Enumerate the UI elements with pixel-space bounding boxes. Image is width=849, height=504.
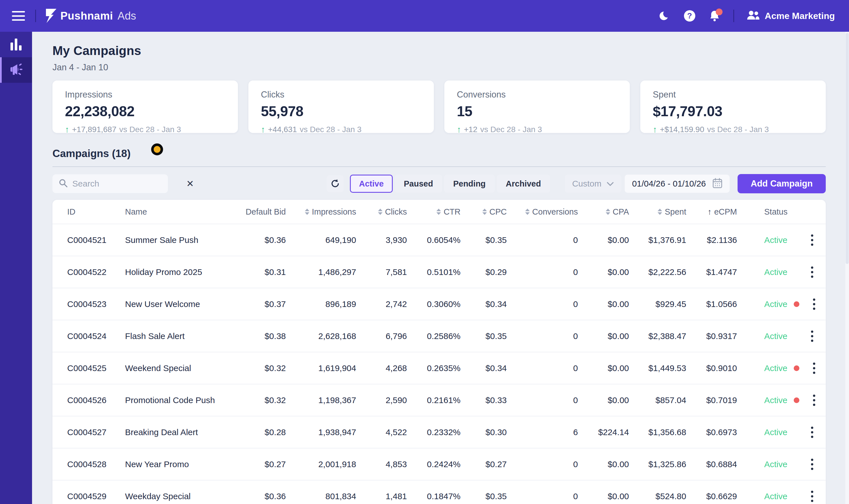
main-content: My Campaigns Jan 4 - Jan 10 Impressions2… bbox=[32, 32, 849, 504]
column-header-clicks[interactable]: Clicks bbox=[356, 207, 407, 217]
stat-delta-value: +$14,159.90 bbox=[660, 125, 704, 134]
cell-clicks: 6,796 bbox=[356, 331, 407, 341]
row-actions-icon[interactable] bbox=[809, 488, 816, 504]
trend-up-icon: ↑ bbox=[261, 125, 265, 134]
column-header-ctr[interactable]: CTR bbox=[407, 207, 461, 217]
column-header-cpa[interactable]: CPA bbox=[578, 207, 629, 217]
row-actions-icon[interactable] bbox=[809, 456, 816, 472]
stat-delta: ↑+17,891,687vs Dec 28 - Jan 3 bbox=[65, 125, 226, 134]
cell-clicks: 7,581 bbox=[356, 267, 407, 277]
stat-card: Clicks55,978↑+44,631vs Dec 28 - Jan 3 bbox=[248, 80, 434, 133]
tab-archived[interactable]: Archived bbox=[497, 175, 550, 193]
cell-ctr: 0.2586% bbox=[407, 331, 461, 341]
table-row: C0004528New Year Promo$0.272,001,9184,85… bbox=[52, 448, 826, 480]
cell-impressions: 1,198,367 bbox=[286, 395, 356, 405]
cell-impressions: 2,628,168 bbox=[286, 331, 356, 341]
table-row: C0004529Weekday Special$0.36801,8341,481… bbox=[52, 480, 826, 504]
column-header-impressions[interactable]: Impressions bbox=[286, 207, 356, 217]
app-window: Pushnami Ads ? Acme Marketing bbox=[0, 0, 849, 504]
brand-logo-icon bbox=[45, 9, 56, 23]
cell-name: Breaking Deal Alert bbox=[125, 428, 244, 437]
search-input[interactable] bbox=[72, 179, 182, 188]
cell-ctr: 0.1847% bbox=[407, 491, 461, 501]
cell-cpa: $0.00 bbox=[578, 491, 629, 501]
cell-actions bbox=[797, 264, 816, 280]
table-header-row: IDNameDefault BidImpressionsClicksCTRCPC… bbox=[52, 200, 826, 224]
cell-actions bbox=[799, 296, 817, 312]
status-badge: Active bbox=[764, 491, 788, 501]
section-divider bbox=[52, 166, 826, 167]
cell-actions bbox=[797, 232, 816, 248]
cell-name: Promotional Code Push bbox=[125, 395, 244, 405]
cell-bid: $0.27 bbox=[244, 460, 286, 469]
tab-paused[interactable]: Paused bbox=[395, 175, 442, 193]
row-actions-icon[interactable] bbox=[811, 360, 817, 376]
table-row: C0004524Flash Sale Alert$0.382,628,1686,… bbox=[52, 320, 826, 352]
table-row: C0004521Summer Sale Push$0.36649,1903,93… bbox=[52, 224, 826, 256]
row-actions-icon[interactable] bbox=[811, 392, 817, 408]
cell-status: Active bbox=[737, 331, 797, 341]
column-label: CPC bbox=[490, 207, 507, 217]
cell-ctr: 0.2161% bbox=[407, 395, 461, 405]
row-actions-icon[interactable] bbox=[811, 296, 817, 312]
column-header-ecpm[interactable]: ↑eCPM bbox=[686, 207, 737, 217]
add-campaign-button[interactable]: Add Campaign bbox=[738, 174, 826, 193]
megaphone-icon bbox=[10, 63, 23, 77]
cell-id: C0004526 bbox=[67, 395, 125, 405]
cell-name: New Year Promo bbox=[125, 460, 244, 469]
scrollbar-track[interactable] bbox=[845, 32, 849, 504]
cell-actions bbox=[799, 360, 817, 376]
cell-actions bbox=[799, 392, 817, 408]
date-preset-select[interactable]: Custom bbox=[565, 175, 621, 193]
cell-bid: $0.32 bbox=[244, 363, 286, 373]
refresh-button[interactable] bbox=[327, 175, 344, 192]
dark-mode-icon[interactable] bbox=[658, 10, 671, 22]
cell-id: C0004528 bbox=[67, 460, 125, 469]
sort-icon bbox=[525, 209, 530, 215]
account-menu[interactable]: Acme Marketing bbox=[747, 11, 835, 21]
navbar-divider bbox=[35, 10, 36, 22]
menu-icon[interactable] bbox=[12, 11, 25, 21]
row-actions-icon[interactable] bbox=[809, 232, 816, 248]
notification-dot bbox=[716, 8, 723, 15]
team-icon bbox=[747, 11, 760, 21]
row-actions-icon[interactable] bbox=[809, 264, 816, 280]
cell-conversions: 0 bbox=[507, 460, 578, 469]
click-marker bbox=[151, 143, 163, 155]
cell-cpa: $0.00 bbox=[578, 299, 629, 309]
column-header-cpc[interactable]: CPC bbox=[461, 207, 507, 217]
navbar-divider bbox=[733, 10, 734, 22]
column-header-spent[interactable]: Spent bbox=[629, 207, 686, 217]
cell-clicks: 4,853 bbox=[356, 460, 407, 469]
brand-suffix: Ads bbox=[118, 10, 136, 22]
date-range-value: 01/04/26 - 01/10/26 bbox=[632, 179, 706, 188]
brand[interactable]: Pushnami Ads bbox=[45, 9, 136, 23]
tab-active[interactable]: Active bbox=[350, 175, 393, 193]
trend-up-icon: ↑ bbox=[457, 125, 461, 134]
cell-conversions: 0 bbox=[507, 363, 578, 373]
notifications-bell-icon[interactable] bbox=[708, 10, 721, 22]
help-icon[interactable]: ? bbox=[684, 10, 696, 22]
cell-ctr: 0.2424% bbox=[407, 460, 461, 469]
column-header-id: ID bbox=[67, 207, 125, 217]
cell-conversions: 0 bbox=[507, 395, 578, 405]
clear-search-icon[interactable]: ✕ bbox=[186, 179, 194, 188]
stat-delta-value: +44,631 bbox=[268, 125, 297, 134]
sidebar-item-campaigns[interactable] bbox=[0, 57, 32, 83]
cell-conversions: 6 bbox=[507, 428, 578, 437]
sidebar-item-analytics[interactable] bbox=[0, 32, 32, 57]
date-range-input[interactable]: 01/04/26 - 01/10/26 bbox=[625, 175, 730, 193]
cell-status: Active bbox=[737, 363, 799, 373]
cell-bid: $0.38 bbox=[244, 331, 286, 341]
row-actions-icon[interactable] bbox=[809, 328, 816, 344]
cell-id: C0004522 bbox=[67, 267, 125, 277]
tab-pending[interactable]: Pending bbox=[444, 175, 495, 193]
scrollbar-thumb[interactable] bbox=[846, 33, 849, 264]
cell-ctr: 0.3060% bbox=[407, 299, 461, 309]
date-preset-value: Custom bbox=[572, 179, 601, 188]
column-header-conversions[interactable]: Conversions bbox=[507, 207, 578, 217]
cell-name: Holiday Promo 2025 bbox=[125, 267, 244, 277]
stat-card: Spent$17,797.03↑+$14,159.90vs Dec 28 - J… bbox=[640, 80, 826, 133]
cell-name: New User Welcome bbox=[125, 299, 244, 309]
row-actions-icon[interactable] bbox=[809, 424, 816, 440]
